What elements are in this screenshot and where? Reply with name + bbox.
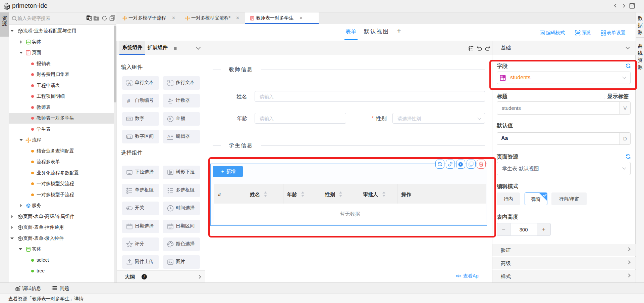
svg-text:A: A	[128, 81, 131, 86]
svg-text:123: 123	[127, 118, 131, 120]
svg-text:¥: ¥	[169, 117, 171, 121]
svg-text:A: A	[167, 134, 170, 139]
svg-text:1~3: 1~3	[127, 136, 131, 138]
svg-text:i: i	[144, 275, 145, 279]
svg-text:A: A	[169, 81, 171, 84]
svg-text:#: #	[127, 98, 130, 104]
